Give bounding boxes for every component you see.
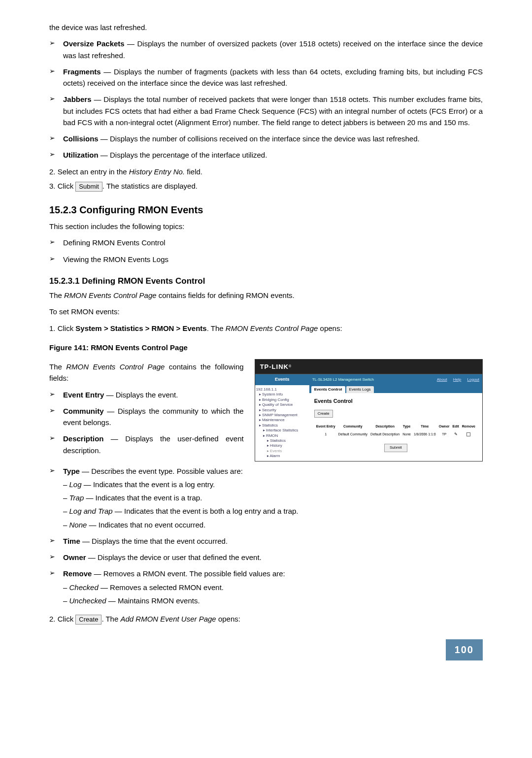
cell-description: Default Description (369, 431, 400, 438)
list-item: Description — Displays the user-defined … (49, 433, 244, 456)
step-2: 2. Select an entry in the History Entry … (49, 166, 483, 177)
continuation-line: the device was last refreshed. (49, 22, 483, 33)
step2b-post: opens: (216, 615, 240, 623)
col-header: Type (401, 424, 412, 430)
tree-item[interactable]: ▸ Bridging Config (256, 397, 308, 402)
screenshot-topbar: TL-SL3428 L2 Management Switch About Hel… (309, 374, 482, 385)
list-item: Defining RMON Events Control (49, 237, 483, 248)
subitem-term: Trap (69, 494, 84, 502)
col-header: Community (337, 424, 369, 430)
table-row: 1 Default Community Default Description … (315, 431, 476, 438)
tree-item[interactable]: ▸ System Info (256, 392, 308, 397)
step1-pre: 1. Click (49, 324, 75, 332)
step2-field: History Entry No. (129, 167, 185, 176)
list-item: Oversize Packets — Displays the number o… (49, 38, 483, 61)
bullet-term: Community (63, 407, 104, 415)
step-1: 1. Click System > Statistics > RMON > Ev… (49, 323, 483, 334)
bullet-term: Event Entry (63, 391, 104, 399)
type-subitem: – None — Indicates that no event occurre… (63, 519, 483, 530)
top-bullet-list: Oversize Packets — Displays the number o… (49, 38, 483, 161)
tree-item[interactable]: ▸ SNMP Management (256, 413, 308, 418)
fields-intro-pre: The (49, 363, 66, 371)
cell-time: 1/8/2006 1:1:0 (413, 431, 437, 438)
bullet-term: Utilization (63, 151, 99, 159)
step2b-page: Add RMON Event User Page (120, 615, 216, 623)
help-link[interactable]: Help (453, 377, 461, 382)
brand-logo: TP-LINK (260, 362, 289, 372)
screenshot-figure: TP-LINK® Events 192.168.1.1▸ System Info… (255, 359, 483, 461)
subsec-intro-post: contains fields for defining RMON events… (157, 291, 295, 299)
cell-edit[interactable] (452, 431, 460, 438)
cell-remove[interactable] (461, 431, 476, 438)
figure-label: Figure 141: RMON Events Control Page (49, 342, 483, 353)
bullet-text: — Displays the number of fragments (pack… (63, 67, 483, 87)
set-intro: To set RMON events: (49, 306, 483, 317)
list-item: Collisions — Displays the number of coll… (49, 133, 483, 144)
about-link[interactable]: About (437, 377, 447, 382)
bullet-term: Time (63, 537, 80, 545)
tab-events-logs[interactable]: Events Logs (346, 386, 374, 393)
subitem-term: Log and Trap (69, 507, 113, 515)
product-name: TL-SL3428 L2 Management Switch (312, 377, 374, 383)
bullet-text: — Displays the number of collisions rece… (99, 134, 420, 143)
tree-item[interactable]: ▸ History (256, 443, 308, 448)
fields-intro: The RMON Events Control Page contains th… (49, 361, 244, 384)
step2b-mid: . The (101, 615, 120, 623)
nav-tree: 192.168.1.1▸ System Info▸ Bridging Confi… (255, 385, 309, 461)
step2-pre: 2. Select an entry in the (49, 167, 129, 176)
tree-item[interactable]: ▸ RMON (256, 433, 308, 438)
subitem-text: — Indicates that the event is a trap. (84, 494, 202, 502)
list-item: Jabbers — Displays the total number of r… (49, 94, 483, 128)
fields-intro-mid: RMON Events Control Page (66, 363, 165, 371)
tree-item[interactable]: ▸ Maintenance (256, 418, 308, 423)
subitem-term: Checked (69, 583, 99, 592)
events-table: Event EntryCommunityDescriptionTypeTimeO… (314, 423, 477, 439)
tree-item[interactable]: ▸ Statistics (256, 438, 308, 443)
subsection-intro: The RMON Events Control Page contains fi… (49, 290, 483, 301)
tree-item[interactable]: ▸ Security (256, 408, 308, 413)
col-header: Event Entry (315, 424, 336, 430)
subitem-term: Log (69, 480, 82, 489)
tree-item[interactable]: ▸ Events (256, 449, 308, 454)
list-item: Utilization — Displays the percentage of… (49, 149, 483, 161)
type-sublist: – Log — Indicates that the event is a lo… (63, 479, 483, 530)
section-topics-list: Defining RMON Events ControlViewing the … (49, 237, 483, 265)
list-item: Event Entry — Displays the event. (49, 389, 244, 400)
subsec-intro-mid: RMON Events Control Page (64, 291, 157, 299)
step-3: 3. Click Submit. The statistics are disp… (49, 180, 483, 192)
list-item: Community — Displays the community to wh… (49, 405, 244, 428)
tree-item[interactable]: 192.168.1.1 (256, 387, 308, 392)
tail-bullet-list: Time — Displays the time that the event … (49, 535, 483, 606)
tree-item[interactable]: ▸ Interface Statistics (256, 428, 308, 433)
col-header: Remove (461, 424, 476, 430)
checkbox-icon (466, 432, 470, 436)
tree-item[interactable]: ▸ Statistics (256, 423, 308, 428)
logout-link[interactable]: Logout (467, 377, 479, 382)
subitem-term: Unchecked (69, 596, 106, 605)
type-subitem: – Trap — Indicates that the event is a t… (63, 492, 483, 503)
bullet-term: Jabbers (63, 95, 92, 103)
subitem-text: — Removes a selected RMON event. (99, 583, 224, 592)
page-number: 100 (446, 639, 483, 660)
step2b-pre: 2. Click (49, 615, 75, 623)
remove-subitem: – Unchecked — Maintains RMON events. (63, 595, 483, 606)
tree-item[interactable]: ▸ Quality of Service (256, 402, 308, 407)
tree-item[interactable]: ▸ Alarm (256, 454, 308, 459)
section-intro: This section includes the following topi… (49, 221, 483, 232)
col-header: Time (413, 424, 437, 430)
bullet-term: Oversize Packets (63, 39, 125, 48)
tab-events-control[interactable]: Events Control (311, 386, 345, 393)
bullet-term: Remove (63, 569, 92, 578)
bullet-term: Owner (63, 553, 86, 561)
screenshot-header: TP-LINK® (255, 360, 482, 374)
create-button[interactable]: Create (314, 410, 333, 418)
sidebar-title: Events (255, 374, 309, 385)
subitem-text: — Indicates that the event is a log entr… (82, 480, 215, 489)
list-item: Viewing the RMON Events Logs (49, 254, 483, 265)
subitem-term: None (69, 521, 87, 529)
pencil-icon (454, 432, 458, 436)
cell-type: None (401, 431, 412, 438)
list-item: Time — Displays the time that the event … (49, 535, 483, 547)
submit-button[interactable]: Submit (384, 444, 407, 452)
type-bullet-list: Type — Describes the event type. Possibl… (49, 465, 483, 530)
